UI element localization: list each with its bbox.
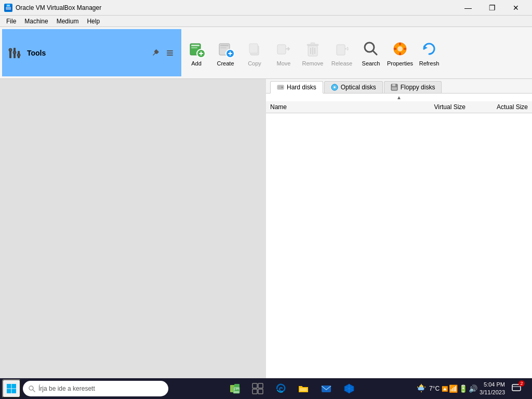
- svg-rect-66: [258, 389, 263, 394]
- menu-help[interactable]: Help: [83, 17, 104, 26]
- svg-rect-53: [7, 384, 11, 389]
- create-label: Create: [217, 60, 234, 66]
- taskbar-task-view-icon[interactable]: [247, 379, 268, 398]
- remove-icon: [303, 39, 322, 58]
- close-button[interactable]: ✕: [504, 0, 528, 16]
- refresh-button[interactable]: Refresh: [415, 32, 443, 74]
- battery-icon[interactable]: 🔋: [459, 384, 468, 393]
- taskbar-mail-icon[interactable]: [316, 379, 337, 398]
- table-header: Name Virtual Size Actual Size: [266, 101, 532, 113]
- menu-machine[interactable]: Machine: [20, 17, 52, 26]
- svg-rect-54: [12, 384, 17, 389]
- svg-line-58: [33, 390, 35, 392]
- add-button[interactable]: Add: [182, 32, 210, 74]
- svg-rect-25: [230, 51, 231, 56]
- menu-file[interactable]: File: [2, 17, 20, 26]
- svg-rect-21: [220, 45, 229, 46]
- tab-floppy-disks[interactable]: Floppy disks: [384, 81, 442, 93]
- remove-button[interactable]: Remove: [299, 32, 327, 74]
- svg-rect-52: [392, 87, 397, 90]
- properties-label: Properties: [387, 60, 413, 66]
- floppy-disk-tab-icon: [391, 84, 398, 91]
- add-label: Add: [191, 60, 202, 66]
- main-content: Hard disks Optical disks: [266, 79, 532, 378]
- release-label: Release: [331, 60, 352, 66]
- weather-widget[interactable]: 7°C: [416, 383, 440, 394]
- move-icon: [274, 39, 293, 58]
- svg-point-62: [234, 388, 236, 390]
- svg-rect-67: [300, 388, 307, 391]
- properties-button[interactable]: Properties: [386, 32, 414, 74]
- taskbar-search-icon: [28, 385, 35, 392]
- system-clock[interactable]: 5:04 PM 3/11/2023: [480, 381, 505, 397]
- volume-icon[interactable]: 🔊: [469, 384, 477, 393]
- taskbar: Írja be ide a keresett: [0, 378, 532, 399]
- svg-rect-12: [167, 52, 173, 54]
- floppy-disks-tab-label: Floppy disks: [401, 84, 435, 91]
- notification-button[interactable]: 2: [507, 379, 526, 398]
- svg-rect-55: [7, 389, 11, 394]
- taskbar-virtualbox-icon[interactable]: [339, 379, 360, 398]
- svg-rect-11: [167, 50, 173, 51]
- tray-icon-1[interactable]: 📶: [449, 384, 458, 393]
- svg-rect-41: [399, 52, 401, 55]
- taskbar-right: 7°C 🔼 📶 🔋 🔊 5:04 PM 3/11/2023 2: [416, 379, 530, 398]
- svg-rect-56: [12, 389, 17, 394]
- system-tray: 🔼 📶 🔋 🔊: [442, 384, 477, 393]
- add-icon: [187, 39, 206, 58]
- svg-rect-13: [167, 55, 173, 56]
- start-button[interactable]: [2, 379, 21, 398]
- svg-rect-43: [404, 48, 406, 50]
- release-icon: [332, 39, 351, 58]
- svg-rect-1: [6, 7, 11, 10]
- col-virtual-size-header[interactable]: Virtual Size: [403, 103, 466, 111]
- tabs-row: Hard disks Optical disks: [266, 79, 532, 94]
- svg-point-8: [13, 51, 16, 54]
- move-label: Move: [277, 60, 291, 66]
- svg-rect-31: [311, 43, 315, 45]
- svg-rect-27: [249, 44, 258, 53]
- refresh-label: Refresh: [419, 60, 440, 66]
- svg-rect-64: [258, 383, 263, 388]
- properties-icon: [391, 39, 409, 58]
- copy-button[interactable]: Copy: [241, 32, 269, 74]
- svg-rect-35: [337, 45, 345, 55]
- taskbar-search[interactable]: Írja be ide a keresett: [23, 381, 168, 396]
- tools-icon: [7, 46, 22, 60]
- minimize-button[interactable]: —: [456, 0, 480, 16]
- svg-rect-16: [191, 47, 197, 48]
- maximize-button[interactable]: ❐: [480, 0, 504, 16]
- taskbar-app-icons: [170, 379, 414, 398]
- create-button[interactable]: Create: [211, 32, 240, 74]
- taskbar-edge-icon[interactable]: [270, 379, 291, 398]
- svg-rect-22: [220, 47, 227, 48]
- current-time: 5:04 PM: [480, 381, 505, 389]
- col-actual-size-header[interactable]: Actual Size: [466, 103, 528, 111]
- svg-rect-15: [191, 45, 200, 46]
- release-button[interactable]: Release: [328, 32, 356, 74]
- temperature: 7°C: [429, 385, 440, 392]
- hard-disks-tab-label: Hard disks: [287, 84, 316, 91]
- search-button[interactable]: Search: [357, 32, 385, 74]
- menu-medium[interactable]: Medium: [52, 17, 83, 26]
- tab-optical-disks[interactable]: Optical disks: [324, 81, 383, 93]
- windows-logo-icon: [6, 383, 17, 394]
- tab-hard-disks[interactable]: Hard disks: [270, 81, 323, 94]
- svg-rect-65: [252, 389, 257, 394]
- pin-button[interactable]: [149, 47, 162, 59]
- optical-disks-tab-label: Optical disks: [341, 84, 376, 91]
- svg-point-49: [334, 86, 336, 88]
- sidebar-title: Tools: [27, 49, 144, 57]
- weather-icon: [416, 383, 427, 394]
- taskbar-explorer-icon[interactable]: [293, 379, 314, 398]
- col-name-header[interactable]: Name: [270, 103, 403, 111]
- list-view-button[interactable]: [164, 47, 176, 59]
- chevron-up-icon[interactable]: 🔼: [442, 386, 448, 392]
- move-button[interactable]: Move: [270, 32, 298, 74]
- taskbar-gallery-icon[interactable]: [224, 379, 245, 398]
- optical-disk-tab-icon: [331, 84, 338, 91]
- sidebar-actions: [149, 47, 176, 59]
- app-icon: [4, 4, 12, 12]
- sidebar-content: [0, 79, 266, 378]
- taskbar-search-placeholder: Írja be ide a keresett: [38, 385, 95, 392]
